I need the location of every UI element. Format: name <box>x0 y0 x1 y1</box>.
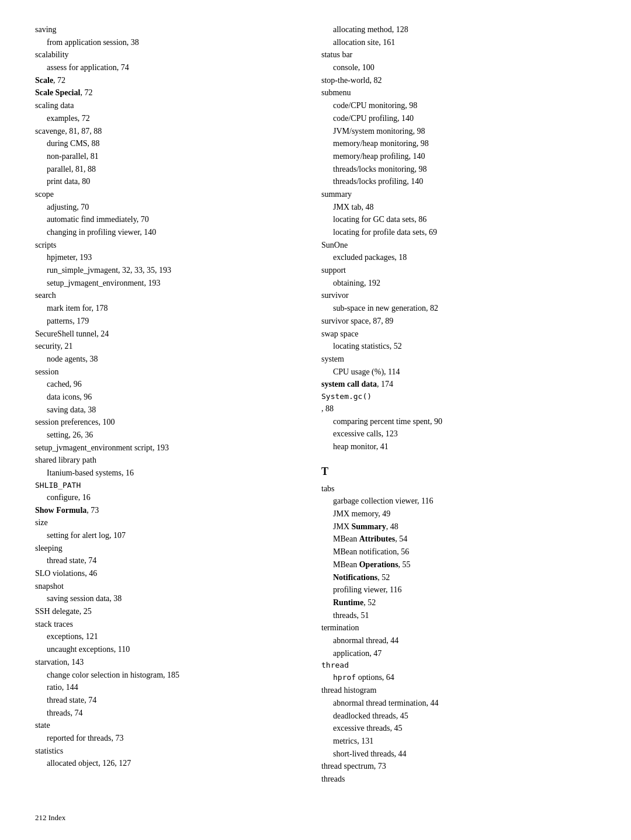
list-item: search mark item for, 178 patterns, 179 <box>35 289 298 327</box>
list-item: SecureShell tunnel, 24 <box>35 328 298 341</box>
list-item: snapshot saving session data, 38 <box>35 580 298 605</box>
list-item: thread histogram abnormal thread termina… <box>321 684 596 760</box>
list-item: SHLIB_PATH configure, 16 <box>35 480 298 504</box>
list-item: threads <box>321 773 596 786</box>
index-content: saving from application session, 38 scal… <box>35 23 596 786</box>
left-column: saving from application session, 38 scal… <box>35 23 316 786</box>
list-item: security, 21 node agents, 38 <box>35 340 298 365</box>
list-item: sleeping thread state, 74 <box>35 542 298 567</box>
list-item: session cached, 96 data icons, 96 saving… <box>35 366 298 416</box>
list-item: starvation, 143 change color selection i… <box>35 656 298 719</box>
list-item: status bar console, 100 <box>321 48 596 74</box>
list-item: shared library path Itanium-based system… <box>35 454 298 479</box>
list-item: System.gc(), 88 comparing percent time s… <box>321 391 596 453</box>
list-item: thread hprof options, 64 <box>321 659 596 684</box>
list-item: SLO violations, 46 <box>35 567 298 580</box>
list-item: state reported for threads, 73 <box>35 719 298 744</box>
footer-text: 212 Index <box>35 813 65 822</box>
list-item: allocating method, 128 allocation site, … <box>321 23 596 48</box>
list-item: size setting for alert log, 107 <box>35 516 298 542</box>
list-item: setup_jvmagent_environment script, 193 <box>35 442 298 454</box>
list-item: SSH delegate, 25 <box>35 605 298 618</box>
list-item: scripts hpjmeter, 193 run_simple_jvmagen… <box>35 239 298 290</box>
page: saving from application session, 38 scal… <box>0 0 631 840</box>
list-item: system CPU usage (%), 114 <box>321 353 596 378</box>
list-item: summary JMX tab, 48 locating for GC data… <box>321 188 596 239</box>
list-item: scavenge, 81, 87, 88 during CMS, 88 non-… <box>35 125 298 188</box>
list-item: survivor sub-space in new generation, 82 <box>321 289 596 314</box>
list-item: stop-the-world, 82 <box>321 74 596 87</box>
list-item: scope adjusting, 70 automatic find immed… <box>35 188 298 239</box>
section-t: T <box>321 464 596 480</box>
list-item: Scale Special, 72 <box>35 86 298 99</box>
list-item: session preferences, 100 setting, 26, 36 <box>35 416 298 441</box>
list-item: SunOne excluded packages, 18 <box>321 239 596 264</box>
list-item: stack traces exceptions, 121 uncaught ex… <box>35 618 298 656</box>
list-item: termination abnormal thread, 44 applicat… <box>321 622 596 659</box>
page-footer: 212 Index <box>35 813 65 822</box>
list-item: saving from application session, 38 <box>35 23 298 48</box>
list-item: thread spectrum, 73 <box>321 760 596 773</box>
list-item: support obtaining, 192 <box>321 264 596 289</box>
list-item: Show Formula, 73 <box>35 504 298 517</box>
list-item: tabs garbage collection viewer, 116 JMX … <box>321 483 596 622</box>
list-item: submenu code/CPU monitoring, 98 code/CPU… <box>321 86 596 188</box>
list-item: scalability assess for application, 74 <box>35 48 298 74</box>
list-item: statistics allocated object, 126, 127 <box>35 745 298 770</box>
list-item: swap space locating statistics, 52 <box>321 328 596 353</box>
list-item: survivor space, 87, 89 <box>321 315 596 328</box>
list-item: system call data, 174 <box>321 378 596 391</box>
right-column: allocating method, 128 allocation site, … <box>316 23 596 786</box>
list-item: Scale, 72 <box>35 74 298 87</box>
list-item: scaling data examples, 72 <box>35 99 298 124</box>
